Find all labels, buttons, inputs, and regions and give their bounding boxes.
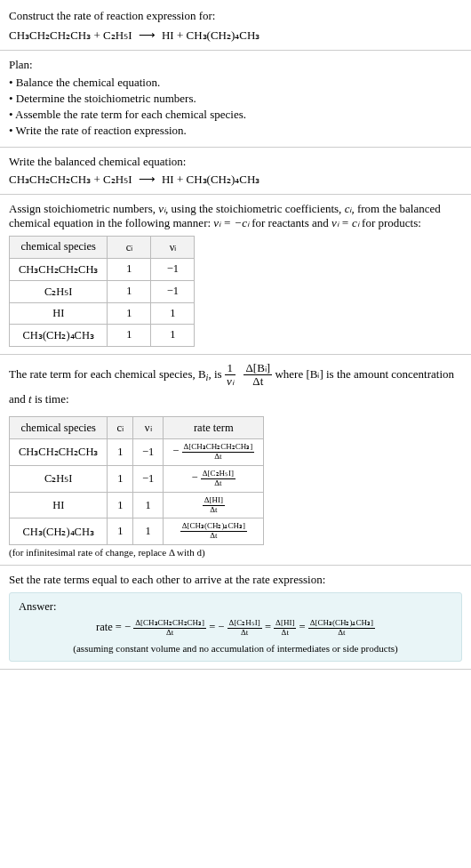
relation-products: νᵢ = cᵢ [331, 216, 359, 229]
cell-ci: 1 [108, 518, 133, 545]
col-nui: νᵢ [151, 236, 195, 258]
arrow-icon: ⟶ [135, 28, 159, 42]
cell-nui: 1 [133, 518, 164, 545]
cell-nui: −1 [133, 439, 164, 466]
plan-item: Write the rate of reaction expression. [9, 124, 462, 138]
cell-species: HI [10, 492, 108, 518]
product-2: CH₃(CH₂)₄CH₃ [187, 28, 260, 42]
stoich-intro: Assign stoichiometric numbers, νᵢ, using… [9, 202, 462, 230]
rate-term-3: Δ[HI] Δt [274, 619, 296, 638]
reactant-1: CH₃CH₂CH₂CH₃ [9, 28, 91, 42]
plan-section: Plan: Balance the chemical equation. Det… [0, 51, 471, 148]
cell-nui: 1 [151, 302, 195, 324]
cell-species: C₂H₅I [10, 280, 108, 302]
col-ci: cᵢ [108, 236, 151, 258]
delta-b-over-delta-t: Δ[Bᵢ] Δt [243, 362, 272, 389]
col-species: chemical species [10, 417, 108, 439]
rate-label: rate [96, 621, 113, 633]
cell-rate-term: − Δ[C₂H₅I] Δt [164, 465, 264, 492]
cell-rate-term: Δ[HI] Δt [164, 492, 264, 518]
rate-term-intro: The rate term for each chemical species,… [9, 362, 462, 412]
cell-species: CH₃(CH₂)₄CH₃ [10, 324, 108, 346]
cell-ci: 1 [108, 439, 133, 466]
plan-item: Determine the stoichiometric numbers. [9, 92, 462, 106]
table-row: CH₃CH₂CH₂CH₃ 1 −1 − Δ[CH₃CH₂CH₂CH₃] Δt [10, 439, 264, 466]
final-title: Set the rate terms equal to each other t… [9, 573, 462, 587]
plan-list: Balance the chemical equation. Determine… [9, 76, 462, 138]
infinitesimal-note: (for infinitesimal rate of change, repla… [9, 547, 462, 558]
answer-box: Answer: rate = − Δ[CH₃CH₂CH₂CH₃] Δt = − … [9, 592, 462, 662]
product-1: HI [162, 173, 174, 186]
balanced-equation-section: Write the balanced chemical equation: CH… [0, 148, 471, 195]
table-row: C₂H₅I 1 −1 − Δ[C₂H₅I] Δt [10, 465, 264, 492]
question-title: Construct the rate of reaction expressio… [9, 7, 462, 25]
product-2: CH₃(CH₂)₄CH₃ [187, 173, 260, 186]
cell-nui: 1 [133, 492, 164, 518]
balanced-equation: CH₃CH₂CH₂CH₃ + C₂H₅I ⟶ HI + CH₃(CH₂)₄CH₃ [9, 173, 462, 187]
plan-item: Balance the chemical equation. [9, 76, 462, 90]
cell-nui: −1 [151, 280, 195, 302]
one-over-nu: 1 νᵢ [225, 362, 236, 389]
cell-ci: 1 [108, 280, 151, 302]
stoichiometric-section: Assign stoichiometric numbers, νᵢ, using… [0, 195, 471, 355]
table-row: CH₃(CH₂)₄CH₃ 1 1 [10, 324, 195, 346]
rate-term-2: Δ[C₂H₅I] Δt [228, 619, 262, 638]
question-section: Construct the rate of reaction expressio… [0, 0, 471, 51]
table-header-row: chemical species cᵢ νᵢ [10, 236, 195, 258]
cell-rate-term: Δ[CH₃(CH₂)₄CH₃] Δt [164, 518, 264, 545]
relation-reactants: νᵢ = −cᵢ [213, 216, 249, 229]
assumption-note: (assuming constant volume and no accumul… [19, 643, 452, 654]
nu-i: νᵢ [158, 202, 165, 215]
rate-term-table: chemical species cᵢ νᵢ rate term CH₃CH₂C… [9, 416, 264, 545]
table-header-row: chemical species cᵢ νᵢ rate term [10, 417, 264, 439]
final-section: Set the rate terms equal to each other t… [0, 566, 471, 670]
plan-title: Plan: [9, 58, 462, 72]
col-ci: cᵢ [108, 417, 133, 439]
col-rate-term: rate term [164, 417, 264, 439]
rate-term-4: Δ[CH₃(CH₂)₄CH₃] Δt [308, 619, 375, 638]
reactant-1: CH₃CH₂CH₂CH₃ [9, 173, 91, 186]
plan-item: Assemble the rate term for each chemical… [9, 108, 462, 122]
question-equation: CH₃CH₂CH₂CH₃ + C₂H₅I ⟶ HI + CH₃(CH₂)₄CH₃ [9, 28, 462, 43]
rate-expression: rate = − Δ[CH₃CH₂CH₂CH₃] Δt = − Δ[C₂H₅I]… [19, 619, 452, 638]
table-row: C₂H₅I 1 −1 [10, 280, 195, 302]
cell-species: C₂H₅I [10, 465, 108, 492]
cell-species: HI [10, 302, 108, 324]
table-row: CH₃(CH₂)₄CH₃ 1 1 Δ[CH₃(CH₂)₄CH₃] Δt [10, 518, 264, 545]
product-1: HI [162, 28, 174, 42]
cell-ci: 1 [108, 465, 133, 492]
rate-term-1: Δ[CH₃CH₂CH₂CH₃] Δt [133, 619, 206, 638]
cell-nui: −1 [133, 465, 164, 492]
answer-label: Answer: [19, 600, 452, 614]
cell-ci: 1 [108, 258, 151, 280]
balanced-title: Write the balanced chemical equation: [9, 155, 462, 169]
cell-ci: 1 [108, 324, 151, 346]
cell-ci: 1 [108, 302, 151, 324]
cell-ci: 1 [108, 492, 133, 518]
reactant-2: C₂H₅I [103, 28, 132, 42]
cell-nui: 1 [151, 324, 195, 346]
col-species: chemical species [10, 236, 108, 258]
stoich-table: chemical species cᵢ νᵢ CH₃CH₂CH₂CH₃ 1 −1… [9, 236, 195, 347]
cell-species: CH₃CH₂CH₂CH₃ [10, 439, 108, 466]
cell-species: CH₃(CH₂)₄CH₃ [10, 518, 108, 545]
cell-species: CH₃CH₂CH₂CH₃ [10, 258, 108, 280]
table-row: CH₃CH₂CH₂CH₃ 1 −1 [10, 258, 195, 280]
rate-term-section: The rate term for each chemical species,… [0, 355, 471, 567]
col-nui: νᵢ [133, 417, 164, 439]
table-row: HI 1 1 Δ[HI] Δt [10, 492, 264, 518]
cell-nui: −1 [151, 258, 195, 280]
arrow-icon: ⟶ [135, 173, 159, 186]
table-row: HI 1 1 [10, 302, 195, 324]
cell-rate-term: − Δ[CH₃CH₂CH₂CH₃] Δt [164, 439, 264, 466]
reactant-2: C₂H₅I [103, 173, 132, 186]
